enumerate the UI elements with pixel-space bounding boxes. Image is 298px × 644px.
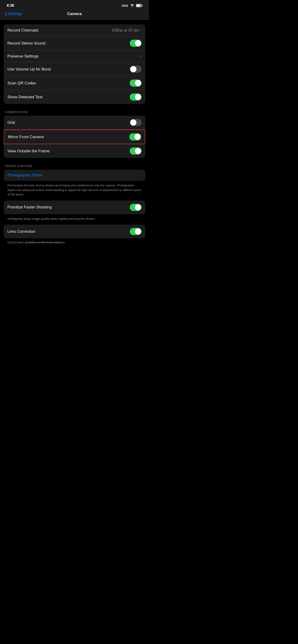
- setting-row-lens-correction[interactable]: Lens Correction: [4, 225, 145, 238]
- toggle-knob: [135, 204, 141, 210]
- use-volume-up-label: Use Volume Up for Burst: [8, 67, 51, 72]
- record-cinematic-chevron: ›: [140, 28, 142, 32]
- content: Record Cinematic 1080p at 30 fps › Recor…: [0, 24, 149, 248]
- show-detected-text-label: Show Detected Text: [8, 95, 43, 100]
- wifi-icon: [130, 4, 134, 7]
- status-bar: 4:36 SOS: [0, 0, 149, 10]
- toggle-knob: [135, 94, 141, 100]
- photographic-styles-card: Photographic Styles: [4, 170, 145, 181]
- scan-qr-codes-toggle[interactable]: [130, 80, 142, 87]
- record-stereo-sound-label: Record Stereo Sound: [8, 41, 46, 46]
- setting-row-use-volume-up[interactable]: Use Volume Up for Burst: [4, 62, 145, 76]
- sos-label: SOS: [122, 4, 128, 8]
- back-label: Settings: [8, 12, 22, 16]
- setting-row-scan-qr-codes[interactable]: Scan QR Codes: [4, 76, 145, 90]
- prioritize-faster-shooting-toggle[interactable]: [130, 204, 142, 211]
- nav-bar: Settings Camera: [0, 10, 149, 20]
- record-cinematic-value: 1080p at 30 fps ›: [112, 28, 142, 33]
- photographic-styles-description: Personalize the look of your photos by b…: [4, 181, 145, 200]
- svg-rect-2: [136, 5, 141, 7]
- prioritize-faster-shooting-label: Prioritize Faster Shooting: [8, 205, 52, 210]
- toggle-knob: [135, 80, 141, 86]
- composition-label: COMPOSITION: [4, 110, 145, 116]
- toggle-knob: [130, 66, 136, 72]
- setting-row-record-stereo-sound[interactable]: Record Stereo Sound: [4, 36, 145, 50]
- prioritize-faster-shooting-description: Intelligently adapt image quality when r…: [4, 214, 145, 225]
- back-chevron-icon: [5, 12, 7, 16]
- lens-correction-desc-prefix: Correct lens dist: [8, 241, 29, 244]
- setting-row-prioritize-faster-shooting[interactable]: Prioritize Faster Shooting: [4, 200, 145, 214]
- lens-correction-desc-strike: ortion on the front and: [29, 241, 59, 244]
- lens-correction-label: Lens Correction: [8, 229, 35, 234]
- preserve-settings-chevron: ›: [140, 54, 142, 58]
- record-cinematic-label: Record Cinematic: [8, 28, 39, 33]
- status-icons: SOS: [122, 4, 143, 8]
- composition-card: Grid Mirror Front Camera View Outside th…: [4, 116, 145, 158]
- lens-correction-desc-suffix: ultra: [59, 241, 65, 244]
- grid-toggle[interactable]: [130, 119, 142, 126]
- record-stereo-sound-toggle[interactable]: [130, 40, 142, 47]
- photographic-styles-row[interactable]: Photographic Styles: [4, 170, 145, 181]
- photographic-styles-label[interactable]: Photographic Styles: [8, 173, 43, 177]
- setting-row-grid[interactable]: Grid: [4, 116, 145, 130]
- scan-qr-codes-label: Scan QR Codes: [8, 81, 36, 86]
- prioritize-faster-shooting-card: Prioritize Faster Shooting: [4, 200, 145, 214]
- top-section: Record Cinematic 1080p at 30 fps › Recor…: [4, 24, 145, 104]
- view-outside-frame-label: View Outside the Frame: [8, 149, 50, 154]
- lens-correction-toggle[interactable]: [130, 228, 142, 235]
- svg-rect-1: [142, 5, 143, 6]
- mirror-front-camera-label: Mirror Front Camera: [8, 135, 44, 139]
- show-detected-text-toggle[interactable]: [130, 94, 142, 100]
- preserve-settings-label: Preserve Settings: [8, 54, 39, 59]
- setting-row-record-cinematic[interactable]: Record Cinematic 1080p at 30 fps ›: [4, 24, 145, 36]
- setting-row-view-outside-frame[interactable]: View Outside the Frame: [4, 144, 145, 158]
- back-button[interactable]: Settings: [5, 12, 22, 16]
- battery-icon: [136, 4, 143, 7]
- photo-capture-section: PHOTO CAPTURE Photographic Styles Person…: [4, 164, 145, 248]
- lens-correction-description: Correct lens distortion on the front and…: [4, 238, 145, 248]
- setting-row-mirror-front-camera[interactable]: Mirror Front Camera: [4, 130, 145, 144]
- toggle-knob: [135, 40, 141, 46]
- toggle-knob: [134, 134, 141, 140]
- toggle-knob: [135, 228, 141, 234]
- top-card: Record Cinematic 1080p at 30 fps › Recor…: [4, 24, 145, 104]
- lens-correction-card: Lens Correction: [4, 225, 145, 238]
- toggle-knob: [135, 148, 141, 154]
- view-outside-frame-toggle[interactable]: [130, 148, 142, 154]
- use-volume-up-toggle[interactable]: [130, 66, 142, 73]
- setting-row-show-detected-text[interactable]: Show Detected Text: [4, 90, 145, 104]
- composition-section: COMPOSITION Grid Mirror Front Camera Vie…: [4, 110, 145, 158]
- status-time: 4:36: [7, 3, 14, 8]
- setting-row-preserve-settings[interactable]: Preserve Settings ›: [4, 50, 145, 62]
- grid-label: Grid: [8, 120, 15, 125]
- mirror-front-camera-toggle[interactable]: [129, 133, 141, 140]
- toggle-knob: [130, 120, 136, 126]
- page-title: Camera: [67, 12, 82, 16]
- photo-capture-label: PHOTO CAPTURE: [4, 164, 145, 170]
